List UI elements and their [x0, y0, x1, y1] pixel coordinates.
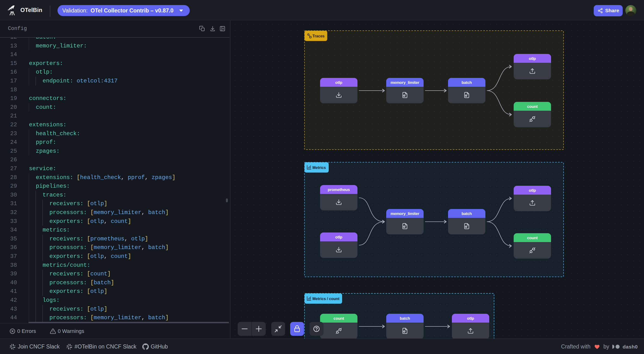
svg-text:batch: batch [400, 316, 410, 320]
svg-text:prometheus: prometheus [328, 187, 350, 192]
svg-text:memory_limiter: memory_limiter [390, 211, 420, 216]
svg-text:Traces: Traces [312, 34, 325, 38]
svg-text:otlp: otlp [529, 56, 536, 61]
svg-text:Metrics / count: Metrics / count [312, 297, 340, 301]
svg-text:count: count [334, 316, 344, 320]
svg-text:batch: batch [462, 80, 472, 85]
svg-text:count: count [527, 104, 538, 109]
svg-text:otlp: otlp [467, 316, 474, 320]
svg-text:batch: batch [462, 211, 472, 216]
svg-text:otlp: otlp [529, 188, 536, 192]
svg-text:otlp: otlp [335, 80, 342, 85]
svg-text:memory_limiter: memory_limiter [390, 80, 420, 85]
svg-text:otlp: otlp [335, 235, 342, 239]
svg-text:Metrics: Metrics [312, 166, 326, 170]
svg-text:count: count [527, 236, 538, 240]
